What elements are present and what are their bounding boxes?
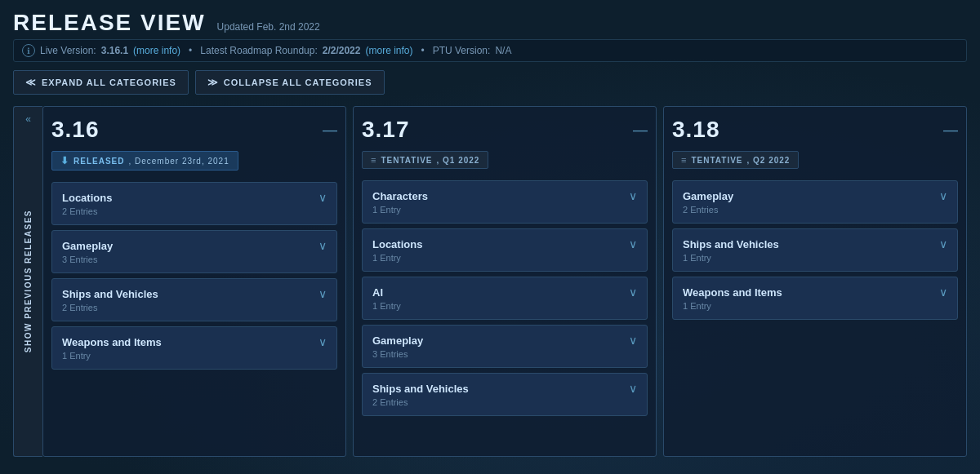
info-bar: ℹ Live Version: 3.16.1 (more info) • Lat… bbox=[13, 39, 967, 62]
col-header-3.18: 3.18— bbox=[672, 117, 958, 143]
category-item-1-3[interactable]: Gameplay∨3 Entries bbox=[362, 325, 648, 368]
category-name-0-1: Gameplay bbox=[62, 240, 113, 252]
live-version-value: 3.16.1 bbox=[101, 45, 128, 56]
collapse-icon: ≫ bbox=[207, 77, 219, 88]
header-area: RELEASE VIEW Updated Feb. 2nd 2022 ℹ Liv… bbox=[13, 10, 967, 62]
category-header-2-1: Ships and Vehicles∨ bbox=[683, 237, 947, 250]
chevron-down-icon-0-1: ∨ bbox=[318, 239, 327, 252]
category-name-1-3: Gameplay bbox=[372, 334, 423, 347]
chevron-down-icon-1-2: ∨ bbox=[629, 286, 637, 299]
list-icon: ≡ bbox=[681, 155, 687, 165]
category-header-1-1: Locations∨ bbox=[372, 237, 637, 250]
version-number-3.16: 3.16 bbox=[51, 117, 100, 143]
release-badge-3.16: ⬇RELEASED, December 23rd, 2021 bbox=[51, 151, 238, 171]
category-header-0-0: Locations∨ bbox=[62, 191, 327, 204]
category-entries-1-3: 3 Entries bbox=[372, 349, 637, 359]
category-item-2-0[interactable]: Gameplay∨2 Entries bbox=[672, 180, 958, 224]
separator-2: • bbox=[421, 45, 424, 56]
category-item-0-2[interactable]: Ships and Vehicles∨2 Entries bbox=[51, 278, 337, 321]
minimize-button-3.18[interactable]: — bbox=[943, 122, 958, 137]
chevron-down-icon-0-2: ∨ bbox=[318, 287, 327, 300]
category-header-2-0: Gameplay∨ bbox=[683, 189, 947, 202]
category-header-1-0: Characters∨ bbox=[372, 189, 637, 202]
category-item-1-1[interactable]: Locations∨1 Entry bbox=[362, 228, 648, 272]
chevron-down-icon-0-0: ∨ bbox=[318, 191, 327, 204]
badge-text-3.18: TENTATIVE bbox=[691, 156, 742, 165]
list-icon: ≡ bbox=[371, 155, 376, 165]
category-name-1-1: Locations bbox=[372, 238, 422, 250]
release-column-3.18: 3.18—≡TENTATIVE, Q2 2022Gameplay∨2 Entri… bbox=[663, 106, 967, 457]
content-area: « SHOW PREVIOUS RELEASES 3.16—⬇RELEASED,… bbox=[13, 106, 967, 457]
download-icon: ⬇ bbox=[60, 155, 69, 166]
expand-all-button[interactable]: ≪ EXPAND ALL CATEGORIES bbox=[13, 70, 189, 95]
minimize-button-3.17[interactable]: — bbox=[633, 122, 648, 137]
title-row: RELEASE VIEW Updated Feb. 2nd 2022 bbox=[13, 10, 967, 36]
category-name-1-0: Characters bbox=[372, 190, 428, 202]
category-entries-1-1: 1 Entry bbox=[372, 253, 637, 263]
category-entries-0-2: 2 Entries bbox=[62, 303, 327, 312]
col-header-3.17: 3.17— bbox=[362, 117, 648, 143]
category-header-0-1: Gameplay∨ bbox=[62, 239, 327, 252]
category-item-2-1[interactable]: Ships and Vehicles∨1 Entry bbox=[672, 228, 958, 272]
category-header-0-3: Weapons and Items∨ bbox=[62, 335, 327, 348]
chevron-down-icon-0-3: ∨ bbox=[318, 335, 327, 348]
live-version-label: Live Version: bbox=[40, 45, 96, 56]
minimize-button-3.16[interactable]: — bbox=[323, 122, 337, 137]
release-badge-3.17: ≡TENTATIVE, Q1 2022 bbox=[362, 151, 488, 169]
category-entries-2-1: 1 Entry bbox=[683, 253, 947, 263]
version-number-3.17: 3.17 bbox=[362, 117, 410, 143]
page-wrapper: RELEASE VIEW Updated Feb. 2nd 2022 ℹ Liv… bbox=[0, 0, 980, 467]
ptu-label: PTU Version: bbox=[433, 45, 491, 56]
roadmap-date: 2/2/2022 bbox=[323, 45, 361, 56]
more-info-link-1[interactable]: (more info) bbox=[133, 45, 180, 56]
version-number-3.18: 3.18 bbox=[672, 117, 720, 143]
category-header-1-3: Gameplay∨ bbox=[372, 334, 637, 347]
category-name-0-2: Ships and Vehicles bbox=[62, 288, 158, 300]
chevron-down-icon-1-3: ∨ bbox=[629, 334, 637, 347]
chevron-down-icon-1-4: ∨ bbox=[629, 382, 637, 395]
sidebar-tab-label: SHOW PREVIOUS RELEASES bbox=[24, 210, 33, 352]
category-name-0-0: Locations bbox=[62, 192, 112, 204]
category-name-0-3: Weapons and Items bbox=[62, 336, 162, 348]
expand-icon: ≪ bbox=[25, 77, 37, 88]
columns-container: 3.16—⬇RELEASED, December 23rd, 2021Locat… bbox=[42, 106, 967, 457]
release-badge-3.18: ≡TENTATIVE, Q2 2022 bbox=[672, 151, 799, 169]
badge-text-3.16: RELEASED bbox=[74, 157, 124, 166]
collapse-label: COLLAPSE ALL CATEGORIES bbox=[224, 78, 372, 87]
roadmap-label: Latest Roadmap Roundup: bbox=[200, 45, 317, 56]
category-entries-0-0: 2 Entries bbox=[62, 206, 327, 216]
category-header-1-4: Ships and Vehicles∨ bbox=[372, 382, 637, 395]
badge-date-3.17: , Q1 2022 bbox=[437, 156, 480, 165]
category-header-2-2: Weapons and Items∨ bbox=[683, 286, 947, 299]
category-name-2-0: Gameplay bbox=[683, 190, 733, 202]
category-header-1-2: AI∨ bbox=[372, 286, 637, 299]
chevron-down-icon-2-0: ∨ bbox=[939, 189, 947, 202]
category-item-1-0[interactable]: Characters∨1 Entry bbox=[362, 180, 648, 224]
category-name-1-4: Ships and Vehicles bbox=[372, 383, 469, 395]
sidebar-arrows-icon: « bbox=[25, 113, 31, 125]
category-item-0-3[interactable]: Weapons and Items∨1 Entry bbox=[51, 326, 337, 370]
chevron-down-icon-2-2: ∨ bbox=[939, 286, 947, 299]
collapse-all-button[interactable]: ≫ COLLAPSE ALL CATEGORIES bbox=[195, 70, 385, 95]
category-name-1-2: AI bbox=[372, 286, 383, 299]
controls-row: ≪ EXPAND ALL CATEGORIES ≫ COLLAPSE ALL C… bbox=[13, 70, 967, 95]
category-item-0-0[interactable]: Locations∨2 Entries bbox=[51, 182, 337, 225]
chevron-down-icon-1-1: ∨ bbox=[629, 237, 637, 250]
category-item-1-2[interactable]: AI∨1 Entry bbox=[362, 277, 648, 320]
category-entries-1-4: 2 Entries bbox=[372, 397, 637, 407]
category-entries-1-2: 1 Entry bbox=[372, 301, 637, 311]
category-entries-1-0: 1 Entry bbox=[372, 205, 637, 215]
category-name-2-1: Ships and Vehicles bbox=[683, 238, 779, 250]
info-icon: ℹ bbox=[22, 44, 35, 57]
category-entries-2-2: 1 Entry bbox=[683, 301, 947, 311]
category-name-2-2: Weapons and Items bbox=[683, 286, 782, 299]
badge-text-3.17: TENTATIVE bbox=[381, 156, 432, 165]
category-header-0-2: Ships and Vehicles∨ bbox=[62, 287, 327, 300]
category-item-2-2[interactable]: Weapons and Items∨1 Entry bbox=[672, 277, 958, 320]
chevron-down-icon-1-0: ∨ bbox=[629, 189, 637, 202]
show-previous-releases-tab[interactable]: « SHOW PREVIOUS RELEASES bbox=[13, 106, 42, 457]
category-item-0-1[interactable]: Gameplay∨3 Entries bbox=[51, 230, 337, 273]
category-item-1-4[interactable]: Ships and Vehicles∨2 Entries bbox=[362, 373, 648, 416]
more-info-link-2[interactable]: (more info) bbox=[365, 45, 412, 56]
category-entries-2-0: 2 Entries bbox=[683, 205, 947, 215]
